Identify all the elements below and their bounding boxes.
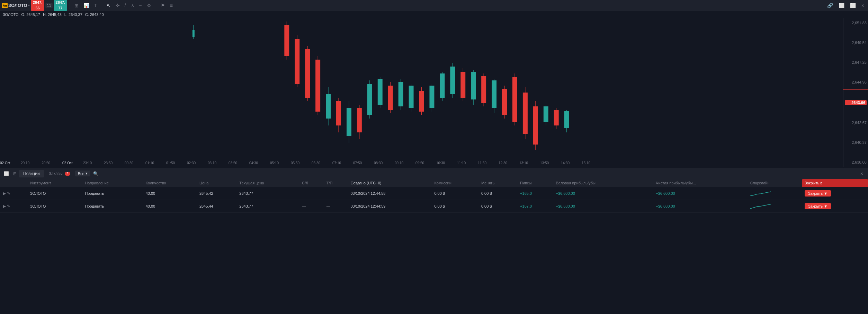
price-label-1: 2,651.83 — [845, 21, 867, 25]
tab-filter-all[interactable]: Все ▾ — [75, 171, 90, 176]
row1-commission: 0,00 $ — [431, 187, 478, 200]
time-label-0950: 09:50 — [415, 161, 424, 165]
col-close: Закрыть в — [802, 179, 868, 187]
time-label-2050: 20:50 — [42, 161, 50, 165]
time-label-0710: 07:10 — [332, 161, 341, 165]
svg-rect-36 — [450, 67, 455, 94]
cursor-btn[interactable]: ↖ — [105, 2, 113, 9]
ohlc-bar: ЗОЛОТО О: 2645,17 H: 2645,43 L: 2643,37 … — [0, 11, 868, 18]
time-label-1230: 12:30 — [499, 161, 507, 165]
row1-close-cell: Закрыть ▼ — [802, 187, 868, 200]
row2-close-btn[interactable]: Закрыть ▼ — [805, 203, 831, 209]
svg-rect-32 — [429, 86, 434, 108]
row1-instrument: ЗОЛОТО — [27, 187, 82, 200]
price-label-2: 2,649.54 — [845, 41, 867, 45]
popout-icon[interactable]: ⬜ — [848, 2, 858, 9]
symbol-dropdown-icon[interactable]: ▾ — [28, 3, 30, 7]
time-label-2310: 23:10 — [83, 161, 92, 165]
row2-direction: Продавать — [82, 200, 143, 213]
symbol-icon: Au — [2, 3, 8, 8]
row1-change: 0,00 $ — [478, 187, 517, 200]
svg-rect-30 — [419, 91, 424, 112]
price-badge-red: 2647.66 — [31, 0, 44, 11]
row1-expand-icon[interactable]: ▶ — [3, 191, 6, 196]
panel-grid-btn[interactable]: ⊞ — [11, 170, 18, 177]
tab-filter-dropdown-icon[interactable]: ▾ — [86, 171, 88, 176]
row1-close-btn[interactable]: Закрыть ▼ — [805, 190, 831, 197]
time-label-0030: 00:30 — [125, 161, 133, 165]
price-label-5: 2,642.67 — [845, 121, 867, 125]
wave-btn[interactable]: ~ — [137, 2, 144, 9]
time-label-0150: 01:50 — [166, 161, 175, 165]
positions-table: Инструмент Направление Количество Цена Т… — [0, 179, 868, 213]
price-label-3: 2,647.25 — [845, 60, 867, 64]
time-label-1030: 10:30 — [436, 161, 445, 165]
time-label-1430: 14:30 — [561, 161, 570, 165]
col-sparkline: Спарклайн — [748, 179, 802, 187]
ohlc-o: О: 2645,17 — [21, 12, 40, 17]
svg-rect-6 — [295, 39, 299, 84]
text-tool-btn[interactable]: T — [92, 2, 99, 9]
orders-badge: 2 — [65, 172, 70, 176]
svg-rect-2 — [193, 30, 195, 37]
panel-close-btn[interactable]: × — [858, 170, 866, 177]
divider-2 — [102, 2, 102, 9]
row2-commission: 0,00 $ — [431, 200, 478, 213]
row2-quantity: 40.00 — [143, 200, 197, 213]
tab-orders[interactable]: Заказы 2 — [45, 170, 74, 177]
row1-current-price: 2643.77 — [236, 187, 299, 200]
time-label-1150: 11:50 — [478, 161, 486, 165]
time-label-0910: 09:10 — [395, 161, 403, 165]
row2-expand-icon[interactable]: ▶ — [3, 204, 6, 209]
row2-edit-icon[interactable]: ✎ — [7, 204, 10, 209]
ohlc-c: С: 2643,40 — [85, 12, 104, 17]
expand-icon[interactable]: ⬜ — [837, 2, 846, 9]
search-btn[interactable]: 🔍 — [91, 171, 100, 177]
row2-pips: +167.0 — [517, 200, 553, 213]
link-icon[interactable]: 🔗 — [825, 2, 835, 9]
ohlc-h: H: 2645,43 — [43, 12, 62, 17]
col-created[interactable]: Создано (UTC+0) — [348, 179, 431, 187]
svg-rect-58 — [564, 111, 569, 128]
row1-sl: — — [299, 187, 324, 200]
svg-rect-14 — [336, 101, 341, 125]
time-label-0230: 02:30 — [187, 161, 196, 165]
ohlc-symbol: ЗОЛОТО — [3, 12, 19, 17]
chart-area: 2,651.83 2,649.54 2,647.25 2,644.96 2643… — [0, 18, 868, 167]
line-btn[interactable]: / — [123, 2, 128, 9]
panel-expand-btn[interactable]: ⬜ — [2, 170, 11, 177]
row2-instrument: ЗОЛОТО — [27, 200, 82, 213]
list-btn[interactable]: ≡ — [168, 2, 175, 9]
indicator-btn[interactable]: ⚙ — [145, 2, 153, 9]
svg-rect-12 — [326, 94, 331, 119]
col-price: Цена — [197, 179, 236, 187]
svg-rect-24 — [388, 86, 393, 110]
symbol-badge[interactable]: Au ЗОЛОТО ▾ — [2, 3, 30, 8]
flag-btn[interactable]: ⚑ — [159, 2, 167, 9]
col-current-price: Текущая цена — [236, 179, 299, 187]
row2-created: 03/10/2024 12:44:59 — [348, 200, 431, 213]
candlestick-chart[interactable] — [0, 18, 843, 167]
time-label-0550: 05:50 — [291, 161, 299, 165]
svg-rect-40 — [471, 72, 476, 99]
svg-rect-8 — [305, 49, 310, 98]
row1-edit-icon[interactable]: ✎ — [7, 191, 10, 196]
svg-rect-54 — [544, 106, 548, 122]
draw-btn[interactable]: ∧ — [129, 2, 136, 9]
crosshair-btn[interactable]: ✛ — [114, 2, 122, 9]
time-axis: 02 Oct 20:10 20:50 02 Oct 23:10 23:50 00… — [0, 159, 843, 167]
col-gross-profit: Валовая прибыль/убы... — [553, 179, 653, 187]
price-label-current: 2643.66 — [845, 100, 867, 105]
price-axis: 2,651.83 2,649.54 2,647.25 2,644.96 2643… — [843, 18, 868, 167]
col-quantity: Количество — [143, 179, 197, 187]
chart-type-btn[interactable]: 📊 — [82, 2, 91, 9]
time-label-0830: 08:30 — [374, 161, 383, 165]
close-icon[interactable]: × — [860, 2, 866, 9]
row1-created: 03/10/2024 12:44:58 — [348, 187, 431, 200]
col-tp: Т/П — [324, 179, 348, 187]
col-commission: Комиссии — [431, 179, 478, 187]
time-label-0630: 06:30 — [312, 161, 320, 165]
screenshot-btn[interactable]: ⊞ — [73, 2, 80, 9]
tab-positions[interactable]: Позиции — [19, 170, 44, 177]
divider-3 — [156, 2, 156, 9]
